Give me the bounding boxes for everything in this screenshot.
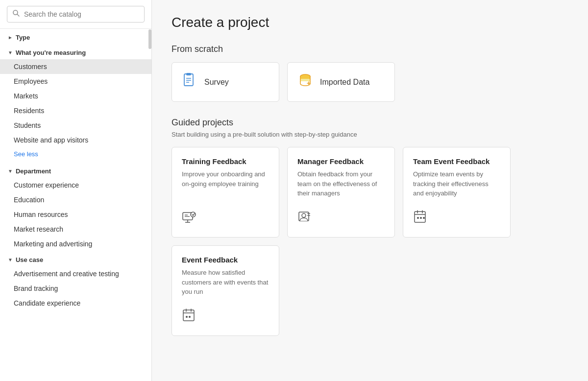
see-less-link[interactable]: See less: [0, 147, 151, 163]
what-measuring-items: Customers Employees Markets Residents St…: [0, 59, 151, 163]
event-feedback-card[interactable]: Event Feedback Measure how satisfied cus…: [172, 245, 279, 336]
use-case-items: Advertisement and creative testing Brand…: [0, 266, 151, 310]
sidebar-item-brand-tracking[interactable]: Brand tracking: [0, 281, 151, 296]
sidebar-item-employees[interactable]: Employees: [0, 74, 151, 89]
type-section: ► Type: [0, 29, 151, 44]
manager-feedback-desc: Obtain feedback from your team on the ef…: [297, 169, 385, 198]
svg-rect-22: [415, 212, 425, 222]
main-content: Create a project From scratch Survey: [152, 0, 588, 381]
manager-feedback-title: Manager Feedback: [297, 157, 385, 166]
department-header[interactable]: ▼ Department: [0, 163, 151, 178]
imported-data-card[interactable]: Imported Data: [287, 62, 395, 102]
team-event-feedback-card[interactable]: Team Event Feedback Optimize team events…: [403, 147, 511, 238]
what-measuring-label: What you're measuring: [16, 49, 86, 56]
page-title: Create a project: [172, 15, 568, 30]
scroll-indicator: [148, 29, 151, 49]
chevron-right-icon: ►: [8, 35, 13, 40]
from-scratch-cards: Survey Imported Data: [172, 62, 568, 102]
svg-point-28: [423, 217, 425, 219]
svg-point-27: [420, 217, 422, 219]
department-section: ▼ Department Customer experience Educati…: [0, 163, 151, 251]
sidebar-item-customer-exp[interactable]: Customer experience: [0, 178, 151, 192]
search-input[interactable]: [24, 10, 139, 18]
sidebar-item-market-research[interactable]: Market research: [0, 222, 151, 237]
search-box[interactable]: [7, 6, 145, 23]
sidebar-item-residents[interactable]: Residents: [0, 103, 151, 118]
sidebar-item-hr[interactable]: Human resources: [0, 207, 151, 222]
type-section-label: Type: [16, 34, 30, 41]
svg-line-1: [17, 14, 19, 16]
what-measuring-section: ▼ What you're measuring Customers Employ…: [0, 44, 151, 163]
search-icon: [12, 9, 20, 19]
manager-feedback-card[interactable]: Manager Feedback Obtain feedback from yo…: [287, 147, 395, 238]
use-case-section: ▼ Use case Advertisement and creative te…: [0, 251, 151, 310]
guided-cards: Training Feedback Improve your onboardin…: [172, 147, 568, 336]
svg-point-33: [186, 316, 188, 318]
svg-rect-2: [184, 74, 193, 86]
svg-rect-29: [183, 310, 194, 321]
search-container: [0, 0, 151, 29]
use-case-header[interactable]: ▼ Use case: [0, 251, 151, 266]
imported-data-label: Imported Data: [320, 78, 369, 87]
training-feedback-card[interactable]: Training Feedback Improve your onboardin…: [172, 147, 279, 238]
svg-point-15: [191, 212, 196, 217]
svg-point-34: [189, 316, 191, 318]
manager-icon: [297, 210, 385, 227]
chevron-down-icon: ▼: [8, 50, 13, 55]
sidebar-content: ► Type ▼ What you're measuring Customers…: [0, 29, 151, 381]
sidebar-item-candidate-exp[interactable]: Candidate experience: [0, 296, 151, 310]
training-icon: [182, 211, 269, 227]
sidebar-item-customers[interactable]: Customers: [0, 59, 151, 74]
training-feedback-title: Training Feedback: [182, 157, 269, 166]
sidebar-item-ad-creative[interactable]: Advertisement and creative testing: [0, 266, 151, 281]
event-feedback-title: Event Feedback: [182, 256, 269, 264]
department-label: Department: [16, 167, 51, 175]
use-case-label: Use case: [16, 256, 43, 263]
survey-icon: [182, 72, 197, 92]
sidebar-item-marketing[interactable]: Marketing and advertising: [0, 237, 151, 251]
svg-point-19: [302, 214, 306, 217]
guided-projects-title: Guided projects: [172, 118, 568, 128]
event-feedback-desc: Measure how satisfied customers are with…: [182, 268, 269, 297]
training-feedback-desc: Improve your onboarding and on-going emp…: [182, 169, 269, 189]
imported-data-icon: [297, 72, 313, 92]
chevron-down-icon-3: ▼: [8, 257, 13, 262]
survey-label: Survey: [204, 78, 229, 87]
from-scratch-title: From scratch: [172, 44, 568, 54]
survey-card[interactable]: Survey: [172, 62, 279, 102]
team-event-icon: [413, 210, 500, 227]
sidebar-item-education[interactable]: Education: [0, 192, 151, 207]
svg-rect-3: [186, 73, 191, 75]
department-items: Customer experience Education Human reso…: [0, 178, 151, 251]
sidebar-item-students[interactable]: Students: [0, 118, 151, 133]
chevron-down-icon-2: ▼: [8, 168, 13, 174]
guided-projects-subtitle: Start building using a pre-built solutio…: [172, 131, 568, 138]
sidebar-item-markets[interactable]: Markets: [0, 89, 151, 103]
sidebar: ► Type ▼ What you're measuring Customers…: [0, 0, 152, 381]
what-measuring-header[interactable]: ▼ What you're measuring: [0, 44, 151, 59]
team-event-desc: Optimize team events by tracking their e…: [413, 169, 500, 198]
sidebar-item-website-app[interactable]: Website and app visitors: [0, 133, 151, 147]
event-icon: [182, 308, 269, 326]
team-event-title: Team Event Feedback: [413, 157, 500, 166]
type-section-header[interactable]: ► Type: [0, 29, 151, 44]
svg-point-26: [417, 217, 419, 219]
